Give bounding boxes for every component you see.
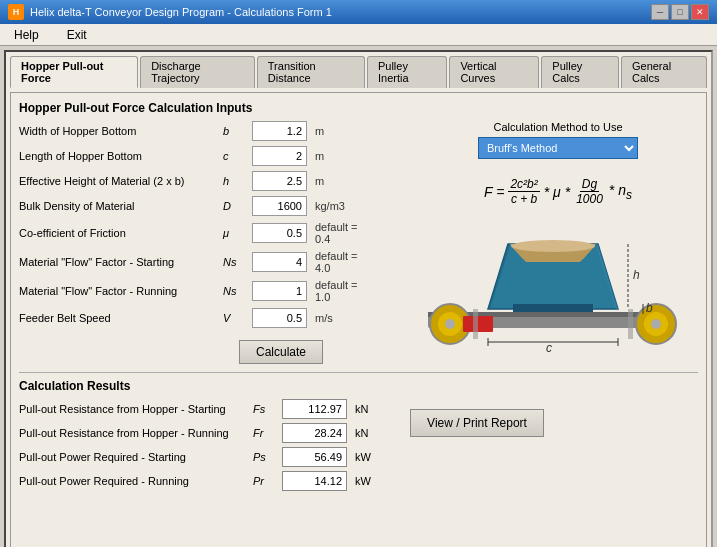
result-row-0: Pull-out Resistance from Hopper - Starti…	[19, 399, 350, 419]
content-area: Hopper Pull-out Force Calculation Inputs…	[10, 92, 707, 547]
result-symbol-2: Ps	[253, 451, 278, 463]
result-symbol-3: Pr	[253, 475, 278, 487]
results-title: Calculation Results	[19, 379, 698, 393]
unit-ns-run: default = 1.0	[315, 279, 375, 303]
unit-length: m	[315, 150, 375, 162]
left-panel: Width of Hopper Bottom b m Length of Hop…	[19, 121, 408, 364]
maximize-button[interactable]: □	[671, 4, 689, 20]
tabs-bar: Hopper Pull-out Force Discharge Trajecto…	[10, 56, 707, 88]
symbol-h: h	[223, 175, 248, 187]
field-ns-start[interactable]	[252, 252, 307, 272]
label-friction: Co-efficient of Friction	[19, 227, 219, 239]
tab-general-calcs[interactable]: General Calcs	[621, 56, 707, 88]
tab-pulley-calcs[interactable]: Pulley Calcs	[541, 56, 619, 88]
result-label-2: Pull-out Power Required - Starting	[19, 451, 249, 463]
input-row-3: Bulk Density of Material D kg/m3	[19, 196, 408, 216]
input-row-6: Material "Flow" Factor - Running Ns defa…	[19, 279, 408, 303]
svg-text:h: h	[633, 268, 640, 282]
tab-hopper-pullout[interactable]: Hopper Pull-out Force	[10, 56, 138, 88]
label-length: Length of Hopper Bottom	[19, 150, 219, 162]
window-controls: ─ □ ✕	[651, 4, 709, 20]
symbol-mu: μ	[223, 227, 248, 239]
result-unit-2: kW	[355, 451, 371, 463]
field-ns-run[interactable]	[252, 281, 307, 301]
input-row-7: Feeder Belt Speed V m/s	[19, 308, 408, 328]
svg-rect-13	[513, 304, 593, 312]
section-title: Hopper Pull-out Force Calculation Inputs	[19, 101, 698, 115]
svg-text:c: c	[546, 341, 552, 354]
result-symbol-1: Fr	[253, 427, 278, 439]
label-ns-start: Material "Flow" Factor - Starting	[19, 256, 219, 268]
result-label-1: Pull-out Resistance from Hopper - Runnin…	[19, 427, 249, 439]
calculate-button[interactable]: Calculate	[239, 340, 323, 364]
label-density: Bulk Density of Material	[19, 200, 219, 212]
hopper-diagram: h b c	[418, 224, 688, 354]
result-row-1: Pull-out Resistance from Hopper - Runnin…	[19, 423, 350, 443]
input-row-1: Length of Hopper Bottom c m	[19, 146, 408, 166]
label-ns-run: Material "Flow" Factor - Running	[19, 285, 219, 297]
symbol-c: c	[223, 150, 248, 162]
close-button[interactable]: ✕	[691, 4, 709, 20]
formula-display: F = 2c²b² c + b * μ * Dg 1000 * ns	[418, 167, 698, 216]
results-right: View / Print Report	[390, 399, 544, 495]
result-value-2	[282, 447, 347, 467]
title-bar: H Helix delta-T Conveyor Design Program …	[0, 0, 717, 24]
input-row-5: Material "Flow" Factor - Starting Ns def…	[19, 250, 408, 274]
unit-ns-start: default = 4.0	[315, 250, 375, 274]
result-unit-0: kN	[355, 403, 368, 415]
view-report-button[interactable]: View / Print Report	[410, 409, 544, 437]
menu-help[interactable]: Help	[8, 26, 45, 44]
field-width[interactable]	[252, 121, 307, 141]
result-value-1	[282, 423, 347, 443]
tab-discharge[interactable]: Discharge Trajectory	[140, 56, 255, 88]
calc-method-label: Calculation Method to Use	[418, 121, 698, 133]
field-length[interactable]	[252, 146, 307, 166]
svg-rect-16	[473, 309, 478, 339]
input-row-0: Width of Hopper Bottom b m	[19, 121, 408, 141]
main-window: Hopper Pull-out Force Discharge Trajecto…	[4, 50, 713, 547]
label-width: Width of Hopper Bottom	[19, 125, 219, 137]
svg-rect-17	[628, 309, 633, 339]
results-content: Pull-out Resistance from Hopper - Starti…	[19, 399, 698, 495]
right-panel: Calculation Method to Use Bruff's Method…	[418, 121, 698, 364]
result-unit-1: kN	[355, 427, 368, 439]
symbol-v: V	[223, 312, 248, 324]
menu-exit[interactable]: Exit	[61, 26, 93, 44]
label-speed: Feeder Belt Speed	[19, 312, 219, 324]
svg-text:b: b	[646, 301, 653, 315]
unit-height: m	[315, 175, 375, 187]
tab-transition[interactable]: Transition Distance	[257, 56, 365, 88]
main-content: Width of Hopper Bottom b m Length of Hop…	[19, 121, 698, 364]
field-speed[interactable]	[252, 308, 307, 328]
label-height: Effective Height of Material (2 x b)	[19, 175, 219, 187]
results-rows: Pull-out Resistance from Hopper - Starti…	[19, 399, 350, 495]
tab-vertical-curves[interactable]: Vertical Curves	[449, 56, 539, 88]
result-value-3	[282, 471, 347, 491]
input-row-4: Co-efficient of Friction μ default = 0.4	[19, 221, 408, 245]
symbol-d: D	[223, 200, 248, 212]
window-title: Helix delta-T Conveyor Design Program - …	[30, 6, 332, 18]
field-height[interactable]	[252, 171, 307, 191]
result-label-3: Pull-out Power Required - Running	[19, 475, 249, 487]
field-density[interactable]	[252, 196, 307, 216]
calc-method-select[interactable]: Bruff's Method	[478, 137, 638, 159]
symbol-ns2: Ns	[223, 285, 248, 297]
field-friction[interactable]	[252, 223, 307, 243]
svg-point-4	[445, 319, 455, 329]
result-label-0: Pull-out Resistance from Hopper - Starti…	[19, 403, 249, 415]
menu-bar: Help Exit	[0, 24, 717, 46]
unit-width: m	[315, 125, 375, 137]
svg-point-7	[651, 319, 661, 329]
unit-speed: m/s	[315, 312, 375, 324]
result-row-3: Pull-out Power Required - Running Pr kW	[19, 471, 350, 491]
tab-pulley-inertia[interactable]: Pulley Inertia	[367, 56, 447, 88]
result-row-2: Pull-out Power Required - Starting Ps kW	[19, 447, 350, 467]
results-section: Calculation Results Pull-out Resistance …	[19, 372, 698, 495]
app-icon: H	[8, 4, 24, 20]
input-row-2: Effective Height of Material (2 x b) h m	[19, 171, 408, 191]
result-symbol-0: Fs	[253, 403, 278, 415]
minimize-button[interactable]: ─	[651, 4, 669, 20]
svg-point-12	[511, 240, 595, 252]
symbol-b: b	[223, 125, 248, 137]
result-value-0	[282, 399, 347, 419]
